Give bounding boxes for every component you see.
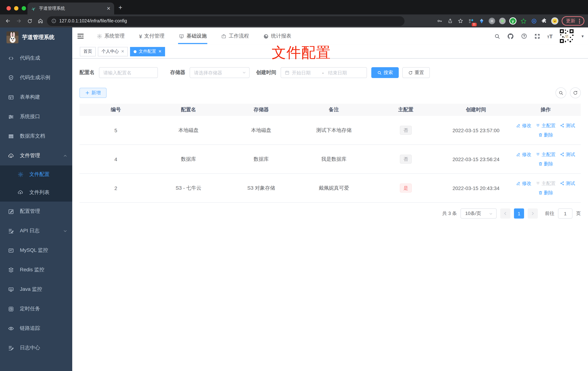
refresh-table-button[interactable] [570, 87, 581, 98]
sidebar-logo[interactable]: 芋道管理系统 [0, 29, 72, 45]
extension-star-icon[interactable] [520, 17, 527, 25]
url-bar[interactable]: 127.0.0.1:1024/infra/file/file-config [47, 16, 405, 26]
extensions-puzzle-icon[interactable] [541, 17, 548, 25]
search-button[interactable]: 搜索 [371, 67, 399, 78]
sidebar-item-system-api[interactable]: 系统接口 [0, 107, 72, 127]
sidebar-item-java-monitor[interactable]: Java 监控 [0, 280, 72, 299]
chrome-menu-icon[interactable] [579, 19, 580, 23]
extension-gem-icon[interactable] [478, 17, 485, 25]
storage-select-input[interactable] [190, 67, 250, 78]
edit-link[interactable]: 修改 [516, 151, 532, 158]
sidebar-item-db-doc[interactable]: 数据库文档 [0, 127, 72, 146]
sidebar-item-label: 系统接口 [20, 113, 67, 120]
delete-label: 删除 [544, 160, 553, 167]
sidebar-item-log-center[interactable]: 日志中心 [0, 338, 72, 358]
forward-icon[interactable] [14, 17, 23, 25]
master-config-link[interactable]: 主配置 [536, 151, 556, 158]
user-menu-caret-icon[interactable]: ▼ [581, 34, 584, 38]
sidebar-item-code-generation[interactable]: 代码生成 [0, 48, 72, 68]
browser-tab[interactable]: 芋道管理系统 ✕ [27, 2, 114, 14]
test-link[interactable]: 测试 [560, 122, 575, 129]
goto-page-input[interactable] [558, 208, 572, 219]
sidebar-item-form-builder[interactable]: 表单构建 [0, 87, 72, 107]
password-key-icon[interactable] [436, 17, 443, 25]
sidebar-collapse-icon[interactable] [77, 32, 84, 40]
close-icon[interactable]: ✕ [158, 49, 161, 54]
github-icon[interactable] [507, 32, 514, 40]
application-window: 芋道管理系统 ✕ + 127.0.0.1:1024/infra/f [0, 0, 588, 371]
page-size-select[interactable]: 10条/页 [461, 208, 497, 219]
delete-link[interactable]: 删除 [538, 132, 553, 138]
close-window-icon[interactable] [7, 6, 11, 11]
sidebar-item-api-log[interactable]: API 日志 [0, 221, 72, 241]
help-icon[interactable] [520, 32, 528, 40]
prev-page-button[interactable] [500, 208, 510, 219]
master-config-link[interactable]: 主配置 [536, 122, 556, 129]
extension-target-icon[interactable] [530, 17, 537, 25]
delete-label: 删除 [544, 132, 553, 138]
back-icon[interactable] [4, 17, 12, 25]
yen-icon: ¥ [139, 33, 142, 39]
cell-remark: 测试下本地存储 [298, 127, 370, 134]
sidebar-item-mysql-monitor[interactable]: MySQL 监控 [0, 241, 72, 260]
start-date-input[interactable] [292, 70, 318, 75]
nav-item-payment[interactable]: ¥ 支付管理 [132, 27, 172, 45]
nav-item-system[interactable]: 系统管理 [90, 27, 132, 45]
tab-profile[interactable]: 个人中心 ✕ [98, 47, 128, 56]
cell-actions: 修改 主配置 测试 删除 [511, 151, 581, 167]
search-icon[interactable] [494, 32, 501, 40]
sidebar-item-file-management[interactable]: 文件管理 [0, 146, 72, 165]
edit-link[interactable]: 修改 [516, 180, 532, 187]
end-date-input[interactable] [328, 70, 354, 75]
reload-icon[interactable] [25, 17, 34, 25]
tab-home[interactable]: 首页 [80, 47, 96, 56]
bookmark-star-icon[interactable] [457, 17, 464, 25]
fullscreen-icon[interactable] [534, 32, 541, 40]
minimize-window-icon[interactable] [14, 6, 18, 11]
site-info-icon[interactable] [51, 18, 56, 23]
sidebar-item-code-demo[interactable]: 代码生成示例 [0, 68, 72, 87]
extension-command-icon[interactable]: ⌘ [488, 17, 495, 25]
log-edit-icon [8, 345, 14, 351]
nav-item-workflow[interactable]: 工作流程 [214, 27, 256, 45]
sidebar-item-file-config[interactable]: 文件配置 [0, 165, 72, 183]
delete-link[interactable]: 删除 [538, 160, 553, 167]
sidebar-item-trace[interactable]: 链路追踪 [0, 319, 72, 338]
share-icon[interactable] [446, 17, 454, 25]
chevron-down-icon [242, 70, 246, 75]
home-icon[interactable] [36, 17, 45, 25]
sidebar-item-scheduled-tasks[interactable]: 定时任务 [0, 299, 72, 319]
tab-file-config[interactable]: 文件配置 ✕ [130, 47, 165, 56]
tab-close-icon[interactable]: ✕ [106, 6, 111, 11]
extension-tag-manager-icon[interactable]: 11 [467, 17, 475, 25]
config-name-input[interactable] [99, 67, 158, 78]
traffic-lights[interactable] [7, 6, 26, 11]
nav-item-infrastructure[interactable]: 基础设施 [172, 27, 214, 45]
edit-link[interactable]: 修改 [516, 122, 532, 129]
show-search-button[interactable] [556, 87, 566, 98]
close-icon[interactable]: ✕ [121, 49, 124, 54]
nav-item-reports[interactable]: 统计报表 [256, 27, 298, 45]
reset-button[interactable]: 重置 [402, 67, 430, 78]
date-range-picker[interactable]: - [281, 67, 367, 78]
maximize-window-icon[interactable] [22, 6, 26, 11]
main-content: 配置名 存储器 创建时间 - 搜索 [72, 59, 588, 371]
test-link[interactable]: 测试 [560, 180, 575, 187]
extension-dot-icon[interactable] [499, 17, 506, 25]
next-page-button[interactable] [528, 208, 538, 219]
test-link[interactable]: 测试 [560, 151, 575, 158]
storage-select[interactable] [190, 67, 250, 78]
add-button[interactable]: 新增 [79, 88, 106, 98]
page-number-button[interactable]: 1 [514, 208, 524, 219]
extension-y-icon[interactable]: y [509, 17, 516, 25]
sidebar-item-redis-monitor[interactable]: Redis 监控 [0, 260, 72, 280]
new-tab-button[interactable]: + [118, 4, 122, 11]
user-avatar-qr[interactable] [559, 28, 575, 44]
chrome-update-button[interactable]: 更新 [562, 16, 584, 26]
sidebar-item-config-management[interactable]: 配置管理 [0, 201, 72, 221]
sidebar-item-file-list[interactable]: 文件列表 [0, 183, 72, 201]
profile-avatar-emoji[interactable] [551, 17, 558, 25]
logo-rabbit-image [7, 31, 18, 43]
delete-link[interactable]: 删除 [538, 190, 553, 196]
font-size-icon[interactable]: TT [547, 33, 553, 39]
